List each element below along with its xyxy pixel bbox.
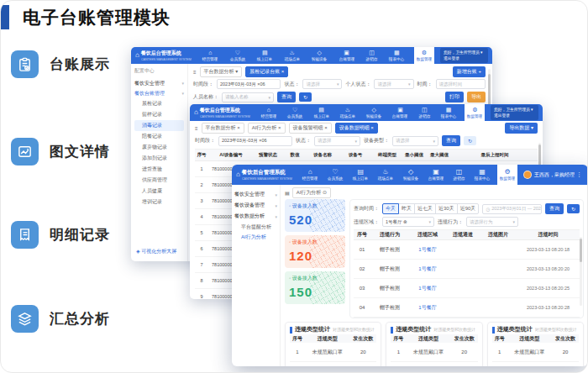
search-button[interactable]: 查询 [442, 135, 460, 146]
nav-item-online-orders[interactable]: ▤线上订单 [350, 165, 370, 185]
sidebar-item[interactable]: 添加剂记录 [134, 153, 184, 164]
breadcrumb-tag[interactable]: 平台数据分析 ▾ [200, 66, 243, 77]
sidebar-item[interactable]: 培训记录 [134, 197, 184, 208]
user-info[interactable]: 您好，卫生所管理员 ▾ 退出登录 [440, 48, 488, 63]
person-select[interactable]: 请输入名称▾ [222, 92, 274, 102]
range-90days[interactable]: 近90天 [457, 203, 480, 214]
page-title-block: 电子台账管理模块 [1, 5, 171, 29]
nav-item-ledger[interactable]: ▣台账管理 [426, 165, 446, 185]
sidebar-item[interactable]: 陪餐记录 [134, 131, 184, 142]
menu-icon[interactable]: ≡ [195, 126, 198, 131]
scrollbar-thumb[interactable] [580, 239, 582, 262]
sidebar-item[interactable]: 留样记录 [134, 109, 184, 120]
menu-icon[interactable]: ≡ [193, 70, 197, 75]
range-yesterday[interactable]: 昨天 [398, 203, 415, 214]
nav-item-smart-devices[interactable]: ◇智能设备 [309, 47, 329, 64]
breadcrumb-tag[interactable]: AI行为分析 ⊙ [292, 187, 331, 198]
nav-item-members[interactable]: ♡会员系统 [325, 165, 345, 185]
vertical-scrollbar[interactable] [580, 237, 582, 306]
nav-item-onsite-orders[interactable]: ♨现场点单 [338, 104, 358, 121]
nav-item-reports[interactable]: ▦报表中心 [472, 165, 492, 185]
tab-active[interactable]: 设备数据明细 × [335, 123, 378, 134]
search-button[interactable]: 查询 [545, 203, 564, 214]
status-select[interactable]: 请选择▾ [302, 79, 342, 89]
time-range-input[interactable]: 2023年03月-03月 ×06 [217, 79, 281, 89]
sidebar-item-active[interactable]: AI行为分析 [234, 232, 277, 242]
user-name[interactable]: 王西西，采购经理 [534, 171, 575, 179]
behavior-select[interactable]: 请选择行为▾ [466, 217, 518, 227]
range-7days[interactable]: 近七天 [414, 203, 436, 214]
sidebar-item[interactable]: 进货查验 [134, 164, 184, 175]
reset-icon-button[interactable]: ↻ [567, 204, 580, 213]
nav-item-smart-devices[interactable]: ◇智能设备 [401, 165, 421, 185]
area-select[interactable]: 1号餐厅 ⊗▾ [382, 217, 434, 227]
nav-item-members[interactable]: ♡会员系统 [285, 104, 305, 121]
nav-item-inventory[interactable]: ◫进销存 [451, 165, 467, 185]
sidebar-group-ledger[interactable]: 餐饮台账管理▾ [134, 88, 184, 98]
reset-icon-button[interactable]: ↻ [464, 136, 476, 145]
area-link[interactable]: 1号餐厅 [409, 304, 446, 312]
nav-item-ledger[interactable]: ▣台账管理 [337, 47, 357, 64]
breadcrumb-tag-active[interactable]: 晨检记录台账 × [245, 66, 288, 77]
sidebar-item[interactable]: 平台提醒分析 [234, 222, 277, 232]
nav-item-onsite-orders[interactable]: ♨现场点单 [282, 47, 302, 64]
sidebar-item-active[interactable]: 消毒记录 [134, 120, 184, 131]
nav-item-ledger[interactable]: ▣台账管理 [390, 104, 410, 121]
nav-item-smart-devices[interactable]: ◇智能设备 [364, 104, 384, 121]
menu-icon[interactable]: ▤ [285, 190, 290, 196]
sidebar-group-safety[interactable]: 餐饮安全管理▾ [134, 78, 184, 88]
nav-item-business[interactable]: ⌂经营管理 [200, 47, 220, 64]
print-button[interactable]: 打印 [445, 92, 464, 102]
app-header: ⌂ 餐饮后台管理系统CANTEEN MANAGEMENT SYSTEM ⌂经营管… [131, 47, 492, 64]
nav-item-business[interactable]: ⌂经营管理 [300, 165, 320, 185]
range-30days[interactable]: 近30天 [435, 203, 458, 214]
sidebar-group-devices[interactable]: 餐饮设备管理▾ [234, 200, 277, 211]
date-range-input[interactable]: ◷2023年03月01日 — 2023年11月30日 [482, 204, 542, 214]
nav-item-inventory[interactable]: ◫进销存 [364, 47, 380, 64]
area-link[interactable]: 1号餐厅 [409, 246, 446, 254]
nav-item-online-orders[interactable]: ▤线上订单 [255, 47, 275, 64]
quick-range-segment: 今天 昨天 近七天 近30天 近90天 [382, 203, 479, 214]
area-link[interactable]: 1号餐厅 [409, 265, 446, 273]
nav-item-data-active[interactable]: ⚙数据管理 [465, 104, 485, 121]
inventory-icon: ◫ [369, 50, 375, 56]
add-ledger-button[interactable]: 新增台账 + [453, 66, 486, 77]
reset-icon-button[interactable]: ↻ [299, 92, 312, 102]
export-data-button[interactable]: 导出数据 ▾ [505, 123, 538, 134]
nav-item-inventory[interactable]: ◫进销存 [417, 104, 433, 121]
nav-item-reports[interactable]: ▦报表中心 [438, 104, 459, 121]
nav-item-data-active[interactable]: ⚙数据管理 [497, 165, 517, 185]
nav-item-data-active[interactable]: ⚙数据管理 [414, 47, 434, 64]
nav-item-business[interactable]: ⌂经营管理 [259, 104, 279, 121]
kebab-menu-icon[interactable]: ⋮ [576, 171, 582, 178]
tab[interactable]: AI行为分析 × [248, 123, 286, 134]
search-button[interactable]: 查询 [277, 92, 296, 102]
time-range-input[interactable]: 2023年03月-03月 ×06 [218, 136, 292, 146]
sidebar-item[interactable]: 晨检记录 [134, 98, 184, 109]
sidebar-group-safety[interactable]: 餐饮安全管理▾ [234, 189, 277, 200]
sidebar-item[interactable]: 人员健康 [134, 186, 184, 197]
nav-item-online-orders[interactable]: ▤线上订单 [312, 104, 332, 121]
avatar[interactable] [523, 171, 532, 179]
nav-item-reports[interactable]: ▦报表中心 [386, 47, 407, 64]
nav-item-members[interactable]: ♡会员系统 [228, 47, 248, 64]
status-select[interactable]: 请选择▾ [314, 136, 360, 146]
area-link[interactable]: 1号餐厅 [409, 285, 446, 292]
user-info[interactable]: 您好，卫生所管理员 ▾ 退出登录 [491, 105, 538, 120]
sidebar-item[interactable]: 废弃物记录 [134, 142, 184, 153]
feature-label: 汇总分析 [50, 309, 110, 328]
visual-analysis-link[interactable]: ◈ 可视化分析大屏 [136, 248, 176, 255]
stats-row: 2玩手机1200 [492, 362, 579, 366]
personal-status-select[interactable]: 请选择▾ [374, 79, 413, 89]
logout-link[interactable]: 退出登录 [494, 113, 533, 118]
tab[interactable]: 平台数据分析 × [202, 123, 244, 134]
nav-item-onsite-orders[interactable]: ♨现场点单 [375, 165, 396, 185]
date-input[interactable]: 请选择时间 [436, 79, 486, 89]
export-button[interactable]: 导出 [467, 92, 486, 102]
tab[interactable]: 设备预警明细 × [289, 123, 332, 134]
range-today[interactable]: 今天 [382, 203, 399, 214]
sidebar-group-analysis[interactable]: 餐饮数据分析▾ [234, 211, 277, 222]
device-type-select[interactable]: 请选择▾ [392, 136, 438, 146]
sidebar-item[interactable]: 供应商管理 [134, 175, 184, 186]
logout-link[interactable]: 退出登录 [444, 55, 482, 60]
